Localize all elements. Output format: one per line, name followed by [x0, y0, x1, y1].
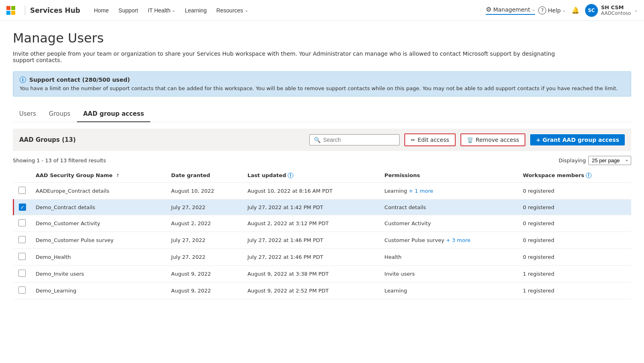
user-chevron: ⌄: [634, 8, 638, 12]
table-container: AAD Security Group Name ↑ Date granted L…: [13, 168, 631, 299]
edit-access-button[interactable]: ✏️ Edit access: [404, 133, 456, 146]
row-last-updated: July 27, 2022 at 1:46 PM PDT: [242, 232, 380, 249]
toolbar-title: AAD Groups (13): [19, 136, 305, 143]
trash-icon: 🗑️: [467, 137, 473, 143]
help-chevron: ⌄: [562, 8, 565, 12]
th-workspace-members[interactable]: Workspace members i: [518, 168, 631, 183]
row-permissions: Invite users: [380, 266, 518, 282]
permissions-more-link[interactable]: + 1 more: [409, 188, 433, 194]
results-summary: Showing 1 - 13 of 13 filtered results: [13, 157, 106, 163]
tab-groups[interactable]: Groups: [42, 106, 77, 122]
row-last-updated: August 9, 2022 at 2:52 PM PDT: [242, 282, 380, 299]
banner-title: i Support contact (280/500 used): [20, 77, 624, 83]
tab-aad-group-access[interactable]: AAD group access: [77, 106, 151, 122]
nav-home[interactable]: Home: [90, 6, 113, 15]
per-page-select[interactable]: 25 per page 50 per page 100 per page: [588, 156, 631, 165]
permission-text: Customer Activity: [384, 220, 431, 226]
per-page-wrapper: 25 per page 50 per page 100 per page: [588, 156, 631, 165]
per-page-control: Displaying 25 per page 50 per page 100 p…: [559, 156, 631, 165]
management-chevron: ⌄: [532, 7, 535, 12]
th-date-granted[interactable]: Date granted: [166, 168, 242, 183]
row-name: Demo_Invite users: [31, 266, 166, 282]
row-last-updated: July 27, 2022 at 1:42 PM PDT: [242, 200, 380, 215]
row-checkbox-cell[interactable]: [14, 232, 31, 249]
row-permissions: Contract details: [380, 200, 518, 215]
row-checkbox-cell[interactable]: [14, 266, 31, 282]
row-checkbox[interactable]: ✓: [19, 204, 26, 211]
row-checkbox[interactable]: [18, 286, 26, 294]
permissions-more-link[interactable]: + 3 more: [446, 237, 470, 243]
row-members: 0 registered: [518, 215, 631, 232]
management-menu[interactable]: ⚙️ Management ⌄: [486, 6, 535, 15]
table-row: Demo_Learning August 9, 2022 August 9, 2…: [14, 282, 632, 299]
row-name: AADEurope_Contract details: [31, 183, 166, 200]
table-header-row: AAD Security Group Name ↑ Date granted L…: [14, 168, 632, 183]
nav-ithealth[interactable]: IT Health ⌄: [144, 6, 180, 15]
row-checkbox-cell[interactable]: [14, 282, 31, 299]
brand-name: Services Hub: [30, 6, 80, 14]
user-name: SH CSM: [601, 4, 631, 10]
nav-support[interactable]: Support: [115, 6, 142, 15]
displaying-label: Displaying: [559, 157, 586, 163]
th-last-updated[interactable]: Last updated i: [242, 168, 380, 183]
row-date-granted: August 2, 2022: [166, 215, 242, 232]
table-body: AADEurope_Contract details August 10, 20…: [14, 183, 632, 299]
last-updated-info-icon: i: [288, 173, 293, 178]
edit-icon: ✏️: [411, 137, 415, 143]
row-checkbox-cell[interactable]: ✓: [14, 200, 31, 215]
row-members: 0 registered: [518, 249, 631, 266]
remove-access-button[interactable]: 🗑️ Remove access: [460, 133, 525, 146]
table-row: Demo_Invite users August 9, 2022 August …: [14, 266, 632, 282]
row-name: Demo_Contract details: [31, 200, 166, 215]
row-permissions: Customer Pulse survey + 3 more: [380, 232, 518, 249]
tab-users[interactable]: Users: [13, 106, 42, 122]
permission-text: Contract details: [384, 204, 426, 210]
nav-learning[interactable]: Learning: [181, 6, 211, 15]
row-members: 1 registered: [518, 266, 631, 282]
grant-aad-group-access-button[interactable]: + Grant AAD group access: [530, 134, 625, 145]
table-row: Demo_Customer Activity August 2, 2022 Au…: [14, 215, 632, 232]
help-menu[interactable]: ? Help ⌄: [538, 6, 565, 14]
row-checkbox[interactable]: [18, 219, 26, 226]
notifications-button[interactable]: 🔔: [569, 4, 582, 17]
row-permissions: Learning: [380, 282, 518, 299]
row-last-updated: August 2, 2022 at 3:12 PM PDT: [242, 215, 380, 232]
sort-arrow-name: ↑: [116, 173, 119, 178]
row-checkbox[interactable]: [18, 253, 26, 260]
workspace-members-info-icon: i: [586, 173, 592, 178]
toolbar: AAD Groups (13) 🔍 ✏️ Edit access 🗑️ Remo…: [13, 129, 631, 151]
user-avatar[interactable]: SC: [585, 4, 598, 17]
tabs-container: Users Groups AAD group access: [13, 106, 631, 122]
permission-text: Health: [384, 254, 402, 260]
microsoft-logo: [6, 6, 15, 15]
row-checkbox-cell[interactable]: [14, 215, 31, 232]
table-row: Demo_Health July 27, 2022 July 27, 2022 …: [14, 249, 632, 266]
permission-text: Learning: [384, 288, 407, 294]
row-date-granted: July 27, 2022: [166, 249, 242, 266]
search-box[interactable]: 🔍: [309, 134, 400, 145]
row-name: Demo_Customer Activity: [31, 215, 166, 232]
row-checkbox[interactable]: [18, 270, 26, 277]
th-name[interactable]: AAD Security Group Name ↑: [31, 168, 166, 183]
row-checkbox[interactable]: [18, 236, 26, 243]
nav-links: Home Support IT Health ⌄ Learning Resour…: [90, 6, 486, 15]
row-date-granted: July 27, 2022: [166, 232, 242, 249]
results-bar: Showing 1 - 13 of 13 filtered results Di…: [13, 153, 631, 168]
row-checkbox-cell[interactable]: [14, 249, 31, 266]
row-name: Demo_Customer Pulse survey: [31, 232, 166, 249]
th-permissions[interactable]: Permissions: [380, 168, 518, 183]
row-members: 0 registered: [518, 200, 631, 215]
row-date-granted: July 27, 2022: [166, 200, 242, 215]
search-input[interactable]: [323, 137, 395, 143]
nav-right: ⚙️ Management ⌄ ? Help ⌄ 🔔 SC SH CSM AAD…: [486, 4, 638, 17]
banner-info-icon: i: [20, 77, 26, 83]
nav-resources[interactable]: Resources ⌄: [212, 6, 252, 15]
row-members: 0 registered: [518, 232, 631, 249]
row-name: Demo_Learning: [31, 282, 166, 299]
row-date-granted: August 9, 2022: [166, 282, 242, 299]
row-checkbox-cell[interactable]: [14, 183, 31, 200]
user-info[interactable]: SH CSM AADContoso: [601, 4, 631, 16]
support-contact-banner: i Support contact (280/500 used) You hav…: [13, 71, 631, 97]
permission-text: Customer Pulse survey: [384, 237, 444, 243]
row-checkbox[interactable]: [18, 187, 26, 194]
